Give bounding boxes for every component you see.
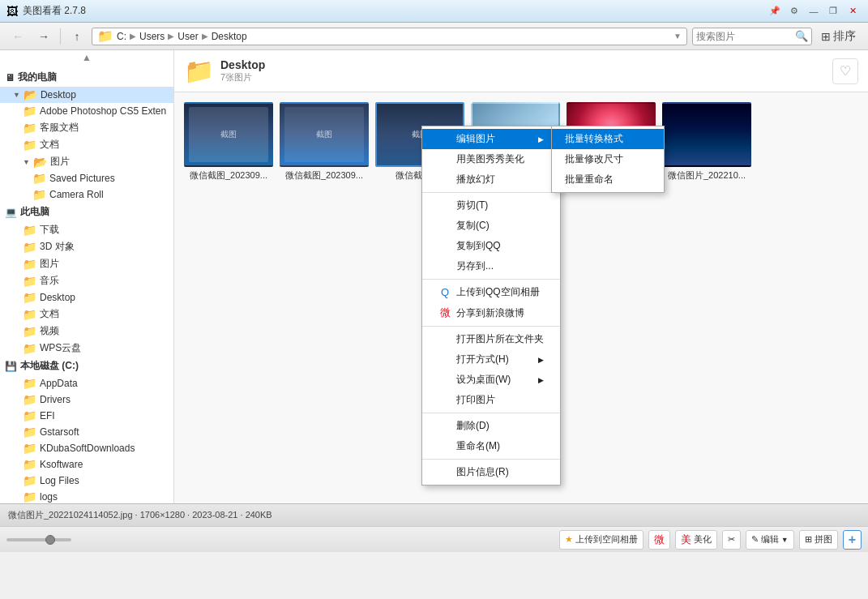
ctx-slideshow[interactable]: 播放幻灯	[422, 169, 560, 190]
ctx-share-weibo[interactable]: 微 分享到新浪微博	[422, 302, 560, 323]
up-button[interactable]: ↑	[66, 26, 88, 47]
sidebar-item-pictures[interactable]: ▼ 📂 图片	[0, 153, 173, 170]
restore-button[interactable]: ❐	[824, 2, 842, 20]
sidebar-item-wps-label: WPS云盘	[40, 341, 81, 355]
thumbnail-image	[662, 102, 751, 167]
folder-icon: 📁	[23, 308, 36, 321]
minimize-button[interactable]: —	[805, 2, 823, 20]
ctx-saveas[interactable]: 另存到...	[422, 256, 560, 276]
sidebar-item-doc2[interactable]: 📁 文档	[0, 306, 173, 323]
sidebar-item-video[interactable]: 📁 视频	[0, 323, 173, 340]
addr-sep1: ▶	[130, 32, 136, 41]
ctx-copy-qq[interactable]: 复制到QQ	[422, 236, 560, 256]
sidebar-item-camera-roll[interactable]: 📁 Camera Roll	[0, 186, 173, 203]
search-icon[interactable]: 🔍	[795, 30, 808, 42]
beautify-button[interactable]: 美 美化	[675, 530, 717, 550]
sidebar-this-pc-header[interactable]: 💻 此电脑	[0, 203, 173, 221]
sidebar-item-saved-pictures[interactable]: 📁 Saved Pictures	[0, 170, 173, 186]
folder-icon: 📁	[23, 409, 36, 422]
folder-icon: 📁	[23, 442, 36, 455]
ctx-upload-qq[interactable]: Q 上传到QQ空间相册	[422, 282, 560, 302]
folder-info: Desktop 7张图片	[220, 58, 265, 83]
ctx-edit-picture[interactable]: 编辑图片 ▶	[422, 129, 560, 149]
close-button[interactable]: ✕	[844, 2, 862, 20]
ctx-delete[interactable]: 删除(D)	[422, 416, 560, 436]
sidebar-item-kefu[interactable]: 📁 客服文档	[0, 119, 173, 136]
sub-batch-rename[interactable]: 批量重命名	[552, 169, 664, 190]
add-button[interactable]: +	[843, 530, 862, 550]
sidebar-item-gstarsoft[interactable]: 📁 Gstarsoft	[0, 424, 173, 440]
ctx-print[interactable]: 打印图片	[422, 390, 560, 410]
sidebar-item-drivers[interactable]: 📁 Drivers	[0, 391, 173, 408]
sort-button[interactable]: ⊞ 排序	[815, 26, 862, 47]
addr-c: C:	[117, 31, 126, 42]
ctx-rename[interactable]: 重命名(M)	[422, 436, 560, 456]
edit-button[interactable]: ✎ 编辑 ▼	[746, 530, 794, 550]
ctx-set-wallpaper[interactable]: 设为桌面(W) ▶	[422, 370, 560, 390]
disk-icon: 💾	[5, 361, 17, 372]
folder-name: Desktop	[220, 58, 265, 71]
thumbnail-item[interactable]: 截图 微信截图_202309...	[280, 102, 369, 182]
sidebar-item-logs[interactable]: 📁 logs	[0, 489, 173, 503]
ctx-open-with[interactable]: 打开方式(H) ▶	[422, 349, 560, 370]
folder-icon: 📁	[23, 122, 36, 135]
sub-batch-resize[interactable]: 批量修改尺寸	[552, 149, 664, 169]
statusbar: 微信图片_20221024114052.jpg · 1706×1280 · 20…	[0, 503, 868, 526]
folder-icon: 📁	[23, 241, 36, 254]
folder-icon: 📁	[23, 490, 36, 503]
sidebar-item-doc[interactable]: 📁 文档	[0, 136, 173, 153]
sidebar-item-music[interactable]: 📁 音乐	[0, 272, 173, 289]
sidebar-item-download[interactable]: 📁 下载	[0, 221, 173, 238]
ctx-meitu[interactable]: 用美图秀秀美化	[422, 149, 560, 169]
toolbar-sep1	[60, 28, 61, 45]
settings-button[interactable]: ⚙	[785, 2, 803, 20]
meitu-icon: 美	[681, 533, 691, 547]
forward-button[interactable]: →	[32, 26, 55, 47]
ctx-info[interactable]: 图片信息(R)	[422, 462, 560, 482]
pin-button[interactable]: 📌	[766, 2, 784, 20]
sub-batch-convert[interactable]: 批量转换格式	[552, 129, 664, 149]
sidebar-item-appdata[interactable]: 📁 AppData	[0, 375, 173, 391]
thumbnail-item[interactable]: 微信图片_202210...	[662, 102, 751, 182]
ctx-copy[interactable]: 复制(C)	[422, 216, 560, 236]
address-path[interactable]: 📁 C: ▶ Users ▶ User ▶ Desktop ▼	[92, 28, 687, 45]
crop-button[interactable]: ✂	[722, 530, 741, 550]
sidebar-item-photoshop[interactable]: 📁 Adobe Photoshop CS5 Exten	[0, 103, 173, 119]
thumbnail-label: 微信截图_202309...	[285, 169, 363, 182]
sidebar-item-ksoftware[interactable]: 📁 Ksoftware	[0, 456, 173, 473]
sidebar-item-pictures-label: 图片	[50, 155, 70, 169]
search-input[interactable]	[696, 31, 793, 42]
ctx-copy-qq-label: 复制到QQ	[456, 239, 501, 253]
sidebar-item-wps[interactable]: 📁 WPS云盘	[0, 340, 173, 357]
ctx-open-folder[interactable]: 打开图片所在文件夹	[422, 329, 560, 349]
sidebar-item-desktop2[interactable]: 📁 Desktop	[0, 289, 173, 306]
sidebar-my-computer-header[interactable]: 🖥 我的电脑	[0, 68, 173, 87]
sidebar-item-3d[interactable]: 📁 3D 对象	[0, 238, 173, 255]
zoom-slider[interactable]	[6, 538, 71, 541]
back-button[interactable]: ←	[6, 26, 29, 47]
ctx-slideshow-label: 播放幻灯	[456, 173, 495, 186]
sidebar-item-logfiles[interactable]: 📁 Log Files	[0, 473, 173, 489]
addr-sep3: ▶	[202, 32, 208, 41]
sidebar-item-kduba[interactable]: 📁 KDubaSoftDownloads	[0, 440, 173, 456]
favorite-button[interactable]: ♡	[832, 58, 858, 84]
sidebar-item-efi[interactable]: 📁 EFI	[0, 408, 173, 424]
sidebar-scroll-up[interactable]: ▲	[0, 50, 173, 65]
ctx-cut-label: 剪切(T)	[456, 199, 488, 212]
collage-button[interactable]: ⊞ 拼图	[799, 530, 838, 550]
folder-big-icon: 📁	[184, 57, 214, 85]
addr-dropdown-icon[interactable]: ▼	[673, 32, 682, 41]
sidebar-item-desktop[interactable]: ▼ 📂 Desktop	[0, 87, 173, 103]
sidebar-item-pic2[interactable]: 📁 图片	[0, 255, 173, 272]
upload-qq-button[interactable]: ★ 上传到空间相册	[559, 530, 644, 550]
folder-icon: 📁	[23, 258, 36, 271]
weibo-button[interactable]: 微	[648, 530, 670, 550]
content-header: 📁 Desktop 7张图片 ♡	[174, 50, 868, 92]
thumbnail-item[interactable]: 截图 微信截图_202309...	[184, 102, 273, 182]
sidebar-disk-header[interactable]: 💾 本地磁盘 (C:)	[0, 357, 173, 375]
ctx-rename-label: 重命名(M)	[456, 439, 500, 453]
sidebar-item-download-label: 下载	[40, 223, 59, 237]
ctx-cut[interactable]: 剪切(T)	[422, 195, 560, 216]
ctx-open-folder-label: 打开图片所在文件夹	[456, 332, 544, 346]
ctx-qq-icon: Q	[438, 286, 451, 298]
